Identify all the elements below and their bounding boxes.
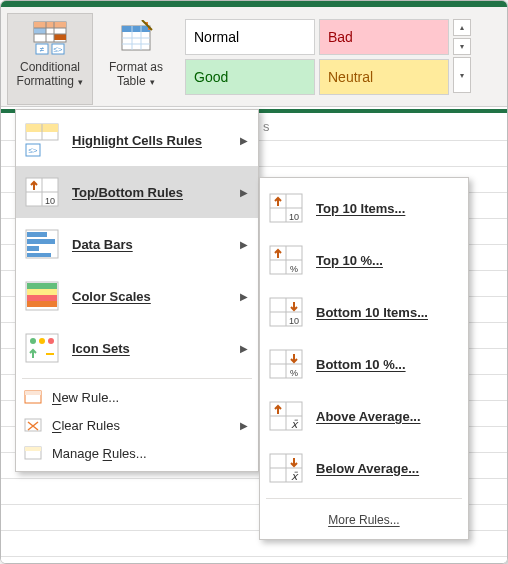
icon-sets-icon [24, 330, 60, 366]
clear-rules-icon [24, 416, 42, 434]
format-as-table-icon [118, 20, 154, 56]
cell-style-normal[interactable]: Normal [185, 19, 315, 55]
svg-rect-3 [54, 34, 66, 40]
submenu-arrow-icon: ▶ [240, 343, 248, 354]
submenu-arrow-icon: ▶ [240, 420, 248, 431]
svg-text:≠: ≠ [40, 45, 45, 54]
ribbon: ≠ ≤> Conditional Formatting ▾ Format as … [1, 7, 507, 107]
highlight-cells-icon: ≤> [24, 122, 60, 158]
top-bottom-submenu: 10 Top 10 Items... % Top 10 %... 10 Bott… [259, 177, 469, 540]
svg-rect-36 [27, 301, 57, 307]
svg-rect-2 [34, 28, 46, 34]
submenu-bottom-10-percent[interactable]: % Bottom 10 %... [260, 338, 468, 390]
top10-items-icon: 10 [268, 190, 304, 226]
format-as-table-button[interactable]: Format as Table ▾ [93, 13, 179, 105]
menu-clear-rules[interactable]: Clear Rules Clear Rules ▶ [16, 411, 258, 439]
menu-label: Top/Bottom Rules [72, 185, 183, 200]
conditional-formatting-menu: ≤> Highlight Cells Rules ▶ 10 Top/Bottom… [15, 109, 259, 472]
svg-rect-30 [27, 246, 39, 251]
dropdown-arrow-icon: ▾ [148, 77, 156, 87]
bottom10-percent-icon: % [268, 346, 304, 382]
submenu-arrow-icon: ▶ [240, 291, 248, 302]
submenu-arrow-icon: ▶ [240, 135, 248, 146]
menu-label: Icon Sets [72, 341, 130, 356]
menu-highlight-cells-rules[interactable]: ≤> Highlight Cells Rules ▶ [16, 114, 258, 166]
svg-rect-43 [25, 419, 41, 431]
svg-rect-28 [27, 232, 47, 237]
menu-separator [22, 378, 252, 379]
svg-point-38 [30, 338, 36, 344]
submenu-label: Top 10 %... [316, 253, 383, 268]
svg-text:10: 10 [289, 212, 299, 222]
conditional-formatting-label: Conditional Formatting [17, 60, 80, 88]
svg-text:10: 10 [45, 196, 55, 206]
submenu-below-average[interactable]: x̄ Below Average... [260, 442, 468, 494]
menu-data-bars[interactable]: Data Bars ▶ [16, 218, 258, 270]
gallery-more-button[interactable]: ▾ [453, 57, 471, 93]
svg-rect-1 [34, 22, 66, 28]
menu-label: Clear Rules [52, 418, 120, 433]
cell-style-good[interactable]: Good [185, 59, 315, 95]
submenu-more-rules[interactable]: More Rules... More Rules... [260, 503, 468, 535]
svg-rect-34 [27, 289, 57, 295]
submenu-arrow-icon: ▶ [240, 187, 248, 198]
gallery-spinner: ▴ ▾ ▾ [453, 19, 473, 95]
menu-label: Highlight Cells Rules [72, 133, 202, 148]
menu-icon-sets[interactable]: Icon Sets ▶ [16, 322, 258, 374]
cell-style-neutral[interactable]: Neutral [319, 59, 449, 95]
menu-label: Color Scales [72, 289, 151, 304]
dropdown-arrow-icon: ▾ [76, 77, 84, 87]
svg-rect-29 [27, 239, 55, 244]
submenu-label: Below Average... [316, 461, 419, 476]
submenu-bottom-10-items[interactable]: 10 Bottom 10 Items... [260, 286, 468, 338]
conditional-formatting-icon: ≠ ≤> [32, 20, 68, 56]
svg-rect-42 [25, 391, 41, 395]
color-scales-icon [24, 278, 60, 314]
above-average-icon: x̄ [268, 398, 304, 434]
menu-label: New Rule... [52, 390, 119, 405]
svg-text:%: % [290, 264, 298, 274]
svg-text:x̄: x̄ [291, 418, 299, 430]
top10-percent-icon: % [268, 242, 304, 278]
gallery-up-button[interactable]: ▴ [453, 19, 471, 36]
menu-separator [266, 498, 462, 499]
submenu-label: Bottom 10 Items... [316, 305, 428, 320]
submenu-label: Bottom 10 %... [316, 357, 406, 372]
menu-color-scales[interactable]: Color Scales ▶ [16, 270, 258, 322]
cell-style-bad[interactable]: Bad [319, 19, 449, 55]
cell-styles-gallery: Normal Bad ▴ ▾ ▾ Good Neutral [185, 13, 473, 95]
top-bottom-icon: 10 [24, 174, 60, 210]
data-bars-icon [24, 226, 60, 262]
conditional-formatting-button[interactable]: ≠ ≤> Conditional Formatting ▾ [7, 13, 93, 105]
submenu-above-average[interactable]: x̄ Above Average... [260, 390, 468, 442]
submenu-arrow-icon: ▶ [240, 239, 248, 250]
svg-rect-13 [122, 26, 150, 32]
manage-rules-icon [24, 444, 42, 462]
svg-rect-45 [25, 447, 41, 451]
below-average-icon: x̄ [268, 450, 304, 486]
svg-text:≤>: ≤> [28, 146, 37, 155]
submenu-top-10-items[interactable]: 10 Top 10 Items... [260, 182, 468, 234]
submenu-label: Above Average... [316, 409, 421, 424]
bottom10-items-icon: 10 [268, 294, 304, 330]
svg-text:%: % [290, 368, 298, 378]
menu-label: Manage Rules... [52, 446, 147, 461]
svg-point-39 [39, 338, 45, 344]
svg-text:≤>: ≤> [53, 45, 62, 54]
svg-text:10: 10 [289, 316, 299, 326]
group-label-fragment: s [263, 119, 270, 134]
svg-rect-35 [27, 295, 57, 301]
menu-manage-rules[interactable]: Manage Rules... Manage Rules... [16, 439, 258, 467]
menu-new-rule[interactable]: New Rule... New Rule... [16, 383, 258, 411]
menu-label: Data Bars [72, 237, 133, 252]
submenu-label: More Rules... [328, 513, 399, 527]
new-rule-icon [24, 388, 42, 406]
svg-rect-33 [27, 283, 57, 289]
svg-text:x̄: x̄ [291, 470, 299, 482]
svg-rect-31 [27, 253, 51, 257]
menu-top-bottom-rules[interactable]: 10 Top/Bottom Rules ▶ [16, 166, 258, 218]
gallery-down-button[interactable]: ▾ [453, 38, 471, 55]
submenu-top-10-percent[interactable]: % Top 10 %... [260, 234, 468, 286]
submenu-label: Top 10 Items... [316, 201, 405, 216]
svg-point-40 [48, 338, 54, 344]
